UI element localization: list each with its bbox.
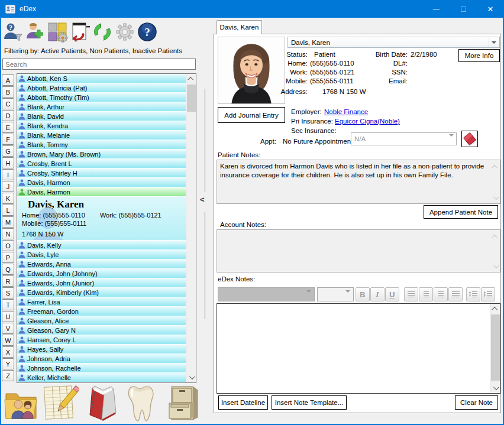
patient-notes-box[interactable]: Karen is divorced from Harmon Davis who … [217,160,500,204]
bullet-list-button[interactable] [466,287,480,301]
clear-note-button[interactable]: Clear Note [455,395,498,410]
font-size-dropdown[interactable] [317,287,354,301]
patient-row[interactable]: Davis, Harmon [17,178,186,187]
edex-notes-editor[interactable] [217,303,500,394]
patient-row[interactable]: Abbott, Ken S [17,74,186,83]
patient-list-scrollbar[interactable] [186,74,196,382]
alpha-button-I[interactable]: I [2,169,14,180]
scroll-down-icon[interactable] [186,372,196,382]
patient-row[interactable]: Edwards, John (Junior) [17,278,186,288]
patient-row[interactable]: Gleason, Alice [17,316,186,326]
alpha-button-E[interactable]: E [2,122,14,133]
appointment-book-button[interactable] [461,131,478,147]
alpha-button-C[interactable]: C [2,98,14,109]
patient-row[interactable]: Hayes, Sally [17,345,186,354]
appt-dropdown[interactable]: N/A [351,132,457,145]
minimize-button[interactable] [422,0,450,18]
more-info-button[interactable]: More Info [458,49,500,62]
patient-row[interactable]: Edwards, John (Johnny) [17,269,186,278]
patient-tab[interactable]: Davis, Karen [217,20,262,34]
insert-note-template-button[interactable]: Insert Note Template... [272,395,347,410]
filter-contacts-icon[interactable]: ? [2,21,23,43]
close-button[interactable]: ✕ [477,0,504,18]
patient-row[interactable]: Davis, Kelly [17,241,186,250]
patient-row[interactable]: Hansen, Corey L [17,335,186,345]
categories-setup-icon[interactable] [47,21,68,43]
alpha-button-G[interactable]: G [2,145,14,157]
collapse-panel-button[interactable]: < [200,195,205,204]
patient-row[interactable]: Blank, Arthur [17,102,186,112]
patient-row[interactable]: Freeman, Gordon [17,307,186,316]
patient-row[interactable]: Crosby, Brent L [17,159,186,168]
employer-link[interactable]: Noble Finance [324,108,368,115]
alpha-button-S[interactable]: S [2,287,14,299]
alpha-button-V[interactable]: V [2,323,14,334]
refresh-icon[interactable] [92,21,113,43]
patient-row[interactable]: Davis, Lyle [17,250,186,259]
alpha-button-U[interactable]: U [2,311,14,322]
account-notes-box[interactable] [217,229,500,272]
pri-insurance-link[interactable]: Equicor Cigna(Noble) [335,118,400,125]
insert-dateline-button[interactable]: Insert Dateline [218,395,268,410]
alpha-button-W[interactable]: W [2,335,14,346]
font-family-dropdown[interactable] [218,287,315,301]
patient-row[interactable]: Davis, Harmon [17,187,186,197]
patient-row[interactable]: Edwards, Kimberly (Kim) [17,288,186,297]
patient-chart-tooth-icon[interactable] [127,384,154,422]
alpha-button-J[interactable]: J [2,181,14,192]
patient-row[interactable]: Keller, Michelle [17,373,186,382]
add-contact-icon[interactable] [24,21,46,43]
alpha-button-O[interactable]: O [2,240,14,251]
alpha-button-K[interactable]: K [2,193,14,204]
scrollbar-thumb[interactable] [187,85,196,112]
patient-row[interactable]: Blank, Melanie [17,131,186,140]
alpha-button-H[interactable]: H [2,157,14,168]
document-center-cabinet-icon[interactable] [163,383,202,422]
align-justify-button[interactable] [448,287,463,301]
numbered-list-button[interactable] [481,287,495,301]
patient-row[interactable]: Gleason, Gary N [17,326,186,335]
patient-row[interactable]: Crosby, Shirley H [17,168,186,178]
selected-patient-card[interactable]: Davis, Karen Home: (555)555-0110 Work: (… [17,197,186,241]
alpha-button-D[interactable]: D [2,110,14,121]
alpha-button-X[interactable]: X [2,346,14,358]
alpha-button-Y[interactable]: Y [2,358,14,369]
patient-row[interactable]: Blank, Tommy [17,140,186,150]
chevron-down-icon[interactable] [489,38,499,47]
alpha-button-A[interactable]: A [2,74,14,86]
align-left-button[interactable] [404,287,418,301]
alpha-button-B[interactable]: B [2,86,14,98]
patient-row[interactable]: Blank, David [17,112,186,121]
italic-button[interactable]: I [370,287,385,301]
patient-row[interactable]: Abbott, Timothy (Tim) [17,93,186,102]
append-patient-note-button[interactable]: Append Patient Note [424,205,498,219]
alpha-button-T[interactable]: T [2,299,14,310]
maximize-button[interactable] [450,0,477,18]
alpha-button-F[interactable]: F [2,134,14,145]
settings-gear-icon[interactable] [114,21,135,43]
patient-name-selector[interactable]: Davis, Karen [287,37,500,48]
edex-notes-scrollbar[interactable] [490,304,500,393]
patient-row[interactable]: Johnson, Rachelle [17,364,186,373]
align-center-button[interactable] [419,287,433,301]
help-icon[interactable]: ? [137,21,158,43]
alpha-button-Z[interactable]: Z [2,370,14,381]
alpha-button-R[interactable]: R [2,275,14,287]
patient-row[interactable]: Johnson, Adria [17,354,186,364]
align-right-button[interactable] [434,287,448,301]
alpha-button-Q[interactable]: Q [2,264,14,275]
scrollbar-thumb[interactable] [491,314,500,381]
ledger-icon[interactable] [43,383,79,422]
alpha-button-N[interactable]: N [2,228,14,239]
patient-row[interactable]: Abbott, Patricia (Pat) [17,83,186,93]
remove-report-icon[interactable] [69,21,91,43]
scroll-up-icon[interactable] [186,74,196,84]
patient-row[interactable]: Blank, Kendra [17,121,186,131]
patient-row[interactable]: Farrer, Lisa [17,297,186,307]
alpha-button-P[interactable]: P [2,252,14,263]
alpha-button-L[interactable]: L [2,205,14,216]
scroll-up-icon[interactable] [490,304,500,314]
underline-button[interactable]: U [385,287,399,301]
journal-book-icon[interactable] [84,383,122,422]
bold-button[interactable]: B [356,287,370,301]
